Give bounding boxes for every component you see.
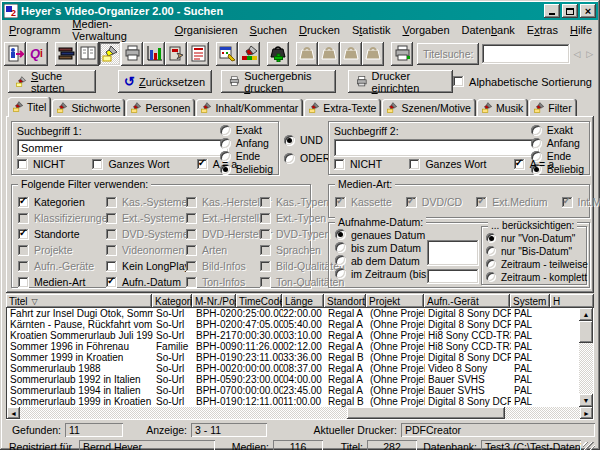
result-row[interactable]: Sommerurlaub 1994 in Italien So-Url BPH-… (7, 385, 579, 396)
menu-item[interactable]: Programm (3, 22, 66, 38)
vertical-scrollbar[interactable]: ▲ ▼ (579, 308, 593, 407)
tab[interactable]: Personen (126, 99, 195, 116)
beruecksichtigen-radio[interactable]: Zeitraum - komplett (486, 271, 588, 283)
options-button[interactable] (165, 42, 187, 66)
drucker-einrichten-button[interactable]: Drucker einrichten (348, 70, 453, 93)
index-cards-button[interactable] (77, 42, 99, 66)
print-button[interactable] (121, 42, 143, 66)
media-bag-2-button[interactable] (318, 42, 340, 66)
beruecksichtigen-radio[interactable]: Zeitraum - teilweise (486, 258, 588, 270)
filter-checkbox[interactable]: Videonormen (106, 244, 186, 256)
result-row[interactable]: Fahrt zur Insel Dugi Otok, Sommerur... S… (7, 308, 579, 319)
mode-radio[interactable]: Anfang (531, 137, 584, 149)
search-color-button[interactable] (238, 42, 260, 66)
zeitraum-bis-input[interactable] (427, 269, 479, 284)
tab[interactable]: Filter (529, 99, 576, 116)
tab[interactable]: Extra-Texte (304, 99, 381, 116)
media-bag-1-button[interactable] (296, 42, 318, 66)
suchbegriff2-input[interactable] (334, 139, 540, 157)
filter-checkbox[interactable]: Medien-Art (18, 276, 106, 288)
result-row[interactable]: Kärnten - Pause, Rückfahrt vom So... So-… (7, 319, 579, 330)
filter-checkbox[interactable]: Ton-Infos (186, 276, 260, 288)
filter-checkbox[interactable]: Bild-Infos (186, 260, 260, 272)
mode-radio[interactable]: Exakt (531, 124, 584, 136)
exit-button[interactable] (4, 42, 26, 66)
scroll-up-icon[interactable]: ▲ (579, 308, 593, 321)
mode-radio[interactable]: Exakt (220, 124, 273, 136)
nicht-checkbox[interactable]: NICHT (334, 158, 382, 170)
column-header-standort[interactable]: Standort (324, 294, 366, 308)
datum-input[interactable] (427, 240, 479, 266)
result-row[interactable]: Sommerurlaub 1992 in Italien So-Url BPH-… (7, 374, 579, 385)
column-header-mnr[interactable]: M-Nr./Pos. (192, 294, 236, 308)
add-media-button[interactable] (267, 42, 289, 66)
datum-radio[interactable]: im Zeitraum (bis:) (335, 268, 433, 279)
titelsuche-input[interactable] (482, 44, 570, 64)
horizontal-scroll-thumb[interactable] (347, 407, 505, 419)
result-row[interactable]: Sommer 1999 in Kroatien So-Url BPH-019..… (7, 352, 579, 363)
filter-checkbox[interactable]: Standorte (18, 228, 106, 240)
column-header-titel[interactable]: Titel ▽ (6, 294, 152, 308)
beruecksichtigen-radio[interactable]: nur "Von-Datum" (486, 232, 588, 244)
tab[interactable]: Szenen/Motive (382, 99, 475, 116)
filter-checkbox[interactable]: Arten (186, 244, 260, 256)
medienart-checkbox[interactable]: Ext.Medium (476, 196, 547, 208)
case-checkbox[interactable]: A = a (514, 158, 554, 170)
ganzes-wort-checkbox[interactable]: Ganzes Wort (409, 158, 486, 170)
nicht-checkbox[interactable]: NICHT (17, 158, 65, 170)
quick-info-button[interactable]: Q i (26, 42, 48, 66)
scroll-down-icon[interactable]: ▼ (579, 394, 593, 407)
datum-radio[interactable]: ab dem Datum (335, 255, 433, 266)
media-bag-3-button[interactable] (340, 42, 362, 66)
minimize-button[interactable] (544, 4, 560, 18)
medienart-checkbox[interactable]: Kassette (335, 196, 392, 208)
print-2-button[interactable] (391, 42, 413, 66)
zuruecksetzen-button[interactable]: ↺ Zurücksetzen (118, 70, 212, 93)
maximize-button[interactable] (562, 4, 578, 18)
tab[interactable]: Stichworte (52, 99, 125, 116)
resize-grip[interactable] (583, 442, 595, 450)
suchbegriff1-input[interactable] (17, 139, 229, 157)
filter-checkbox[interactable]: Kas.-Systeme (106, 196, 186, 208)
titelsuche-button[interactable]: Titelsuche: (417, 43, 479, 65)
mode-radio[interactable]: Anfang (220, 137, 273, 149)
filter-checkbox[interactable]: Aufn.-Geräte (18, 260, 106, 272)
vertical-scroll-thumb[interactable] (579, 321, 593, 343)
tab[interactable]: Titel (8, 97, 51, 117)
medienart-checkbox[interactable]: DVD/CD (406, 196, 462, 208)
filter-checkbox[interactable]: Projekte (18, 244, 106, 256)
suchergebnis-drucken-button[interactable]: Suchergebnis drucken (221, 70, 336, 93)
filter-checkbox[interactable]: Klassifizierungen (18, 212, 106, 224)
menu-item[interactable]: Drucken (293, 22, 346, 38)
prev-title-icon[interactable]: ◁ (573, 49, 580, 59)
filter-checkbox[interactable]: Kein LongPlay (106, 260, 186, 272)
case-checkbox[interactable]: A = a (197, 158, 237, 170)
menu-item[interactable]: Datenbank (456, 22, 521, 38)
media-bag-4-button[interactable] (362, 42, 384, 66)
beruecksichtigen-radio[interactable]: nur "Bis-Datum" (486, 245, 588, 257)
datum-radio[interactable]: genaues Datum (335, 229, 433, 240)
search-button[interactable] (99, 42, 121, 66)
combine-radio[interactable]: ODER (284, 152, 326, 164)
column-header-timecode[interactable]: TimeCode (236, 294, 282, 308)
alphabetische-sortierung-checkbox[interactable]: Alphabetische Sortierung (453, 76, 592, 88)
media-list-button[interactable] (55, 42, 77, 66)
filter-checkbox[interactable]: Ext.-Systeme (106, 212, 186, 224)
filter-checkbox[interactable]: Kategorien (18, 196, 106, 208)
menu-item[interactable]: Vorgaben (396, 22, 455, 38)
column-header-h[interactable]: H (550, 294, 594, 308)
result-row[interactable]: Kroatien Sommerurlaub Juli 1998 - ... So… (7, 330, 579, 341)
next-title-icon[interactable]: ▷ (586, 49, 593, 59)
scroll-left-icon[interactable]: ◄ (7, 407, 20, 419)
result-row[interactable]: Sommer 1996 in Föhrenau Familie BPH-009.… (7, 341, 579, 352)
menu-item[interactable]: Hilfe (564, 22, 598, 38)
medienart-checkbox[interactable]: Int.Medium (562, 196, 600, 208)
combine-radio[interactable]: UND (284, 134, 326, 146)
column-header-kategorie[interactable]: Kategorie (152, 294, 192, 308)
scroll-right-icon[interactable]: ► (580, 407, 593, 419)
column-header-aufngeraet[interactable]: Aufn.-Gerät (424, 294, 510, 308)
column-header-system[interactable]: System (510, 294, 550, 308)
filter-checkbox[interactable]: Ext.-Hersteller (186, 212, 260, 224)
suche-starten-button[interactable]: Suche starten (8, 70, 96, 93)
notes-button[interactable] (187, 42, 209, 66)
